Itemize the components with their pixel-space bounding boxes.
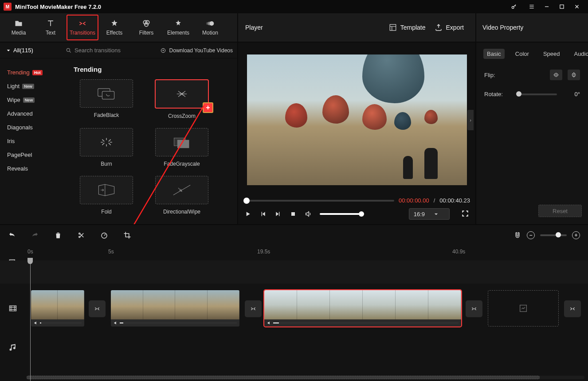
reset-button[interactable]: Reset — [538, 205, 582, 217]
svg-point-0 — [512, 6, 514, 8]
transition-card[interactable]: FadeGrayscale — [146, 128, 217, 167]
svg-rect-1 — [560, 5, 564, 8]
add-transition-icon[interactable]: + — [203, 102, 213, 113]
category-item[interactable]: LightNew — [0, 79, 67, 93]
export-button[interactable]: Export — [430, 23, 468, 31]
flip-horizontal-button[interactable] — [550, 70, 562, 80]
transition-card[interactable]: Burn — [71, 128, 142, 167]
search-input[interactable]: Search transitions — [66, 47, 156, 54]
duration: 00:00:40.23 — [439, 197, 470, 204]
property-panel: Basic Color Speed Audio Flip: Rotate: 0°… — [475, 43, 588, 224]
timeline-ruler[interactable]: 0s 5s 19.5s 40.9s — [0, 245, 588, 258]
svg-point-17 — [79, 236, 80, 237]
close-button[interactable] — [569, 0, 584, 13]
undo-button[interactable] — [8, 231, 16, 239]
app-title: MiniTool MovieMaker Free 7.2.0 — [15, 4, 506, 10]
tab-label: Motion — [202, 30, 218, 36]
scrub-slider[interactable] — [243, 200, 394, 202]
timeline-clip[interactable] — [31, 290, 84, 327]
zoom-out-button[interactable]: − — [527, 231, 535, 239]
tab-label: Transitions — [70, 30, 95, 36]
title-bar: M MiniTool MovieMaker Free 7.2.0 — [0, 0, 588, 13]
transition-card[interactable]: FadeBlack — [71, 79, 142, 119]
tab-transitions[interactable]: Transitions — [67, 15, 98, 40]
video-preview[interactable] — [247, 54, 467, 185]
category-list: TrendingHotLightNewWipeNewAdvancedDiagon… — [0, 58, 67, 224]
category-item[interactable]: Iris — [0, 134, 67, 148]
transition-slot[interactable] — [89, 300, 106, 317]
transition-card[interactable]: +CrossZoom — [146, 79, 217, 119]
transition-slot[interactable] — [245, 300, 262, 317]
timeline-scrollbar[interactable] — [27, 376, 584, 379]
maximize-button[interactable] — [554, 0, 569, 13]
transition-card[interactable]: DirectionalWipe — [146, 176, 217, 215]
svg-point-9 — [67, 48, 70, 51]
menu-icon[interactable] — [524, 0, 539, 13]
search-placeholder: Search transitions — [74, 47, 121, 54]
svg-rect-20 — [10, 306, 16, 311]
svg-rect-8 — [390, 24, 396, 31]
speed-button[interactable] — [100, 231, 108, 239]
category-item[interactable]: TrendingHot — [0, 66, 67, 79]
split-button[interactable] — [77, 231, 85, 239]
tab-motion[interactable]: Motion — [194, 15, 226, 40]
flip-label: Flip: — [484, 72, 511, 78]
prop-tab-color[interactable]: Color — [512, 49, 533, 59]
tab-filters[interactable]: Filters — [130, 15, 162, 40]
fullscreen-button[interactable] — [461, 210, 469, 219]
prop-tab-audio[interactable]: Audio — [570, 49, 588, 59]
playhead[interactable] — [30, 258, 31, 381]
timeline-clip[interactable] — [264, 290, 461, 327]
prop-tab-basic[interactable]: Basic — [483, 49, 505, 59]
prev-frame-button[interactable] — [259, 210, 267, 218]
category-item[interactable]: Diagonals — [0, 121, 67, 134]
add-clip-placeholder[interactable] — [488, 290, 559, 327]
zoom-in-button[interactable]: + — [572, 231, 580, 239]
delete-button[interactable] — [54, 231, 62, 239]
ruler-tick: 0s — [27, 249, 33, 255]
tab-effects[interactable]: Effects — [98, 15, 130, 40]
flip-vertical-button[interactable] — [568, 70, 580, 80]
prop-tab-speed[interactable]: Speed — [540, 49, 564, 59]
category-item[interactable]: Advanced — [0, 107, 67, 121]
property-title: Video Property — [475, 13, 588, 42]
transition-name: Fold — [101, 209, 111, 215]
expand-handle-icon[interactable]: › — [467, 110, 474, 130]
transition-slot[interactable] — [564, 300, 581, 317]
transition-slot[interactable] — [466, 300, 482, 317]
crop-button[interactable] — [123, 231, 131, 239]
ruler-tick: 5s — [108, 249, 114, 255]
transition-card[interactable]: Fold — [71, 176, 142, 215]
section-title: Trending — [74, 66, 233, 73]
category-item[interactable]: WipeNew — [0, 93, 67, 107]
download-youtube-link[interactable]: Download YouTube Videos — [160, 47, 237, 54]
tab-label: Media — [12, 30, 26, 36]
key-icon[interactable] — [506, 0, 521, 13]
tab-label: Effects — [106, 30, 122, 36]
category-all-toggle[interactable]: All(115) — [0, 47, 66, 54]
redo-button[interactable] — [31, 231, 39, 239]
minimize-button[interactable] — [539, 0, 554, 13]
svg-rect-11 — [102, 91, 114, 99]
template-button[interactable]: Template — [384, 23, 430, 31]
snap-icon[interactable] — [514, 231, 521, 239]
svg-rect-15 — [291, 212, 295, 216]
category-item[interactable]: Reveals — [0, 162, 67, 175]
volume-slider[interactable] — [320, 213, 364, 215]
timeline-clip[interactable] — [111, 290, 239, 327]
volume-icon[interactable] — [305, 210, 312, 218]
tab-text[interactable]: Text — [35, 15, 67, 40]
svg-point-4 — [145, 23, 148, 26]
tab-label: Filters — [139, 30, 154, 36]
tab-media[interactable]: Media — [3, 15, 35, 40]
category-item[interactable]: PagePeel — [0, 148, 67, 162]
rotate-slider[interactable] — [516, 93, 557, 95]
ratio-value: 16:9 — [414, 211, 425, 218]
next-frame-button[interactable] — [274, 210, 282, 218]
aspect-ratio-select[interactable]: 16:9 — [409, 208, 450, 220]
svg-point-7 — [206, 22, 209, 25]
play-button[interactable] — [244, 210, 251, 218]
zoom-slider[interactable] — [540, 234, 567, 236]
tab-elements[interactable]: Elements — [162, 15, 194, 40]
stop-button[interactable] — [290, 210, 297, 218]
